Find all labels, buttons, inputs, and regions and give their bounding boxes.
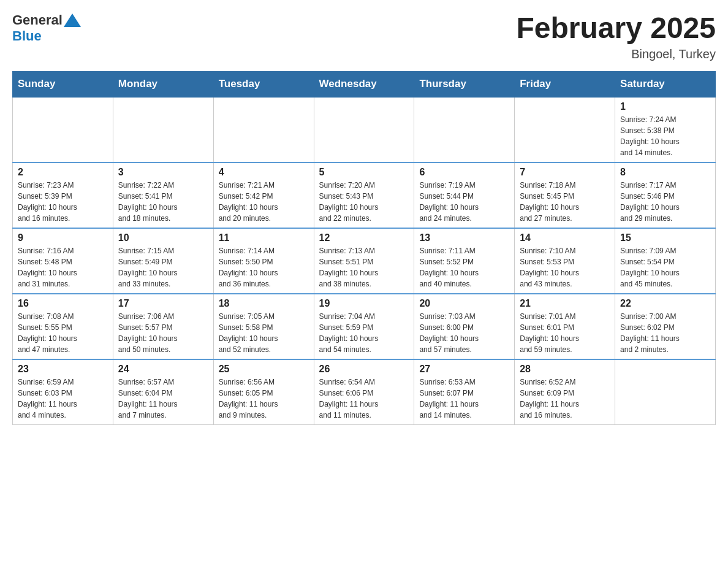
calendar-cell bbox=[515, 97, 615, 163]
calendar-day-header: Thursday bbox=[414, 71, 515, 97]
day-number: 28 bbox=[520, 364, 610, 375]
day-number: 15 bbox=[620, 232, 710, 243]
day-number: 24 bbox=[118, 364, 208, 375]
day-info: Sunrise: 7:01 AM Sunset: 6:01 PM Dayligh… bbox=[520, 311, 610, 355]
calendar-cell: 19Sunrise: 7:04 AM Sunset: 5:59 PM Dayli… bbox=[314, 294, 414, 359]
calendar-cell: 1Sunrise: 7:24 AM Sunset: 5:38 PM Daylig… bbox=[615, 97, 716, 163]
day-info: Sunrise: 7:23 AM Sunset: 5:39 PM Dayligh… bbox=[18, 180, 108, 224]
logo-triangle-icon bbox=[64, 13, 81, 27]
day-number: 12 bbox=[319, 232, 409, 243]
day-number: 26 bbox=[319, 364, 409, 375]
day-info: Sunrise: 7:16 AM Sunset: 5:48 PM Dayligh… bbox=[18, 245, 108, 289]
calendar-table: SundayMondayTuesdayWednesdayThursdayFrid… bbox=[12, 71, 716, 425]
day-number: 1 bbox=[620, 101, 710, 112]
calendar-day-header: Saturday bbox=[615, 71, 716, 97]
calendar-cell: 16Sunrise: 7:08 AM Sunset: 5:55 PM Dayli… bbox=[13, 294, 113, 359]
calendar-cell bbox=[113, 97, 213, 163]
calendar-cell: 8Sunrise: 7:17 AM Sunset: 5:46 PM Daylig… bbox=[615, 163, 716, 228]
day-info: Sunrise: 6:52 AM Sunset: 6:09 PM Dayligh… bbox=[520, 377, 610, 421]
calendar-cell: 12Sunrise: 7:13 AM Sunset: 5:51 PM Dayli… bbox=[314, 228, 414, 294]
day-number: 9 bbox=[18, 232, 108, 243]
day-number: 19 bbox=[319, 298, 409, 309]
day-number: 4 bbox=[219, 167, 309, 178]
day-number: 22 bbox=[620, 298, 710, 309]
day-number: 8 bbox=[620, 167, 710, 178]
day-info: Sunrise: 7:22 AM Sunset: 5:41 PM Dayligh… bbox=[118, 180, 208, 224]
calendar-cell: 3Sunrise: 7:22 AM Sunset: 5:41 PM Daylig… bbox=[113, 163, 213, 228]
title-section: February 2025 Bingoel, Turkey bbox=[516, 12, 716, 61]
day-info: Sunrise: 7:10 AM Sunset: 5:53 PM Dayligh… bbox=[520, 245, 610, 289]
calendar-cell: 15Sunrise: 7:09 AM Sunset: 5:54 PM Dayli… bbox=[615, 228, 716, 294]
calendar-cell bbox=[414, 97, 515, 163]
calendar-week-row: 1Sunrise: 7:24 AM Sunset: 5:38 PM Daylig… bbox=[13, 97, 716, 163]
day-info: Sunrise: 7:19 AM Sunset: 5:44 PM Dayligh… bbox=[419, 180, 509, 224]
calendar-cell: 2Sunrise: 7:23 AM Sunset: 5:39 PM Daylig… bbox=[13, 163, 113, 228]
day-info: Sunrise: 6:57 AM Sunset: 6:04 PM Dayligh… bbox=[118, 377, 208, 421]
calendar-cell bbox=[615, 359, 716, 425]
calendar-cell: 9Sunrise: 7:16 AM Sunset: 5:48 PM Daylig… bbox=[13, 228, 113, 294]
calendar-day-header: Tuesday bbox=[213, 71, 314, 97]
calendar-day-header: Monday bbox=[113, 71, 213, 97]
main-title: February 2025 bbox=[516, 12, 716, 45]
day-number: 17 bbox=[118, 298, 208, 309]
calendar-cell: 4Sunrise: 7:21 AM Sunset: 5:42 PM Daylig… bbox=[213, 163, 314, 228]
calendar-day-header: Sunday bbox=[13, 71, 113, 97]
calendar-week-row: 23Sunrise: 6:59 AM Sunset: 6:03 PM Dayli… bbox=[13, 359, 716, 425]
day-info: Sunrise: 7:15 AM Sunset: 5:49 PM Dayligh… bbox=[118, 245, 208, 289]
day-number: 11 bbox=[219, 232, 309, 243]
calendar-cell: 17Sunrise: 7:06 AM Sunset: 5:57 PM Dayli… bbox=[113, 294, 213, 359]
day-number: 23 bbox=[18, 364, 108, 375]
day-info: Sunrise: 7:20 AM Sunset: 5:43 PM Dayligh… bbox=[319, 180, 409, 224]
day-info: Sunrise: 7:11 AM Sunset: 5:52 PM Dayligh… bbox=[419, 245, 509, 289]
calendar-cell bbox=[13, 97, 113, 163]
day-number: 10 bbox=[118, 232, 208, 243]
calendar-week-row: 16Sunrise: 7:08 AM Sunset: 5:55 PM Dayli… bbox=[13, 294, 716, 359]
calendar-cell: 11Sunrise: 7:14 AM Sunset: 5:50 PM Dayli… bbox=[213, 228, 314, 294]
calendar-cell: 28Sunrise: 6:52 AM Sunset: 6:09 PM Dayli… bbox=[515, 359, 615, 425]
calendar-cell: 26Sunrise: 6:54 AM Sunset: 6:06 PM Dayli… bbox=[314, 359, 414, 425]
day-info: Sunrise: 7:18 AM Sunset: 5:45 PM Dayligh… bbox=[520, 180, 610, 224]
day-info: Sunrise: 7:03 AM Sunset: 6:00 PM Dayligh… bbox=[419, 311, 509, 355]
day-number: 16 bbox=[18, 298, 108, 309]
day-info: Sunrise: 7:05 AM Sunset: 5:58 PM Dayligh… bbox=[219, 311, 309, 355]
logo-blue-text: Blue bbox=[12, 28, 42, 44]
day-number: 7 bbox=[520, 167, 610, 178]
day-info: Sunrise: 6:53 AM Sunset: 6:07 PM Dayligh… bbox=[419, 377, 509, 421]
day-info: Sunrise: 7:24 AM Sunset: 5:38 PM Dayligh… bbox=[620, 114, 710, 158]
calendar-cell: 14Sunrise: 7:10 AM Sunset: 5:53 PM Dayli… bbox=[515, 228, 615, 294]
calendar-week-row: 9Sunrise: 7:16 AM Sunset: 5:48 PM Daylig… bbox=[13, 228, 716, 294]
day-info: Sunrise: 7:08 AM Sunset: 5:55 PM Dayligh… bbox=[18, 311, 108, 355]
calendar-cell: 5Sunrise: 7:20 AM Sunset: 5:43 PM Daylig… bbox=[314, 163, 414, 228]
day-info: Sunrise: 7:00 AM Sunset: 6:02 PM Dayligh… bbox=[620, 311, 710, 355]
calendar-cell: 21Sunrise: 7:01 AM Sunset: 6:01 PM Dayli… bbox=[515, 294, 615, 359]
calendar-cell bbox=[314, 97, 414, 163]
calendar-cell: 25Sunrise: 6:56 AM Sunset: 6:05 PM Dayli… bbox=[213, 359, 314, 425]
calendar-cell: 7Sunrise: 7:18 AM Sunset: 5:45 PM Daylig… bbox=[515, 163, 615, 228]
day-number: 3 bbox=[118, 167, 208, 178]
day-info: Sunrise: 7:14 AM Sunset: 5:50 PM Dayligh… bbox=[219, 245, 309, 289]
day-info: Sunrise: 7:21 AM Sunset: 5:42 PM Dayligh… bbox=[219, 180, 309, 224]
calendar-cell: 24Sunrise: 6:57 AM Sunset: 6:04 PM Dayli… bbox=[113, 359, 213, 425]
day-info: Sunrise: 7:09 AM Sunset: 5:54 PM Dayligh… bbox=[620, 245, 710, 289]
day-number: 18 bbox=[219, 298, 309, 309]
day-info: Sunrise: 6:59 AM Sunset: 6:03 PM Dayligh… bbox=[18, 377, 108, 421]
day-number: 27 bbox=[419, 364, 509, 375]
calendar-day-header: Friday bbox=[515, 71, 615, 97]
day-info: Sunrise: 6:56 AM Sunset: 6:05 PM Dayligh… bbox=[219, 377, 309, 421]
day-number: 25 bbox=[219, 364, 309, 375]
calendar-cell: 23Sunrise: 6:59 AM Sunset: 6:03 PM Dayli… bbox=[13, 359, 113, 425]
location-subtitle: Bingoel, Turkey bbox=[516, 47, 716, 61]
day-info: Sunrise: 7:04 AM Sunset: 5:59 PM Dayligh… bbox=[319, 311, 409, 355]
calendar-cell: 6Sunrise: 7:19 AM Sunset: 5:44 PM Daylig… bbox=[414, 163, 515, 228]
day-number: 13 bbox=[419, 232, 509, 243]
calendar-cell: 18Sunrise: 7:05 AM Sunset: 5:58 PM Dayli… bbox=[213, 294, 314, 359]
day-info: Sunrise: 7:13 AM Sunset: 5:51 PM Dayligh… bbox=[319, 245, 409, 289]
day-number: 6 bbox=[419, 167, 509, 178]
day-number: 2 bbox=[18, 167, 108, 178]
day-number: 21 bbox=[520, 298, 610, 309]
calendar-cell: 22Sunrise: 7:00 AM Sunset: 6:02 PM Dayli… bbox=[615, 294, 716, 359]
day-number: 5 bbox=[319, 167, 409, 178]
logo-general-text: General bbox=[12, 12, 63, 28]
page-header: General Blue February 2025 Bingoel, Turk… bbox=[12, 12, 716, 61]
calendar-day-header: Wednesday bbox=[314, 71, 414, 97]
